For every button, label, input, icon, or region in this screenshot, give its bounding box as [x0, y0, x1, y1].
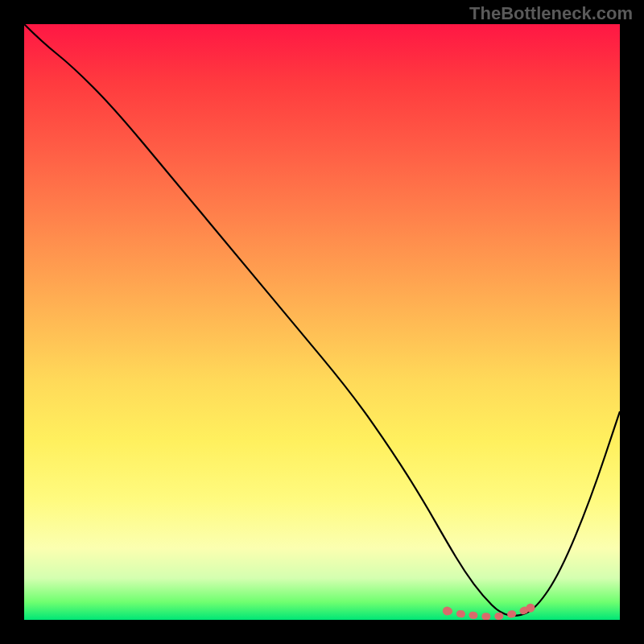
chart-svg — [24, 24, 620, 620]
svg-point-0 — [443, 606, 452, 615]
svg-point-1 — [526, 604, 535, 613]
chart-plot-area — [24, 24, 620, 620]
watermark-text: TheBottleneck.com — [469, 3, 633, 24]
bottleneck-curve-path — [24, 24, 620, 616]
